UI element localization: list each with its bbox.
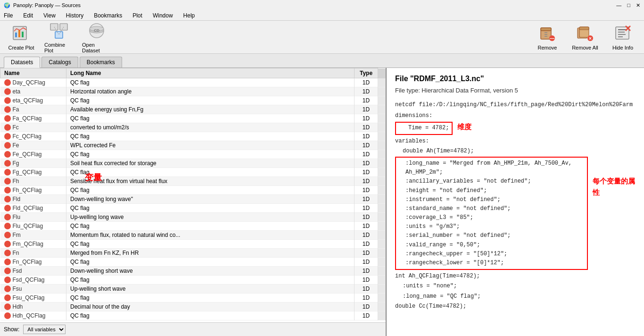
create-plot-button[interactable]: Create Plot [5,22,38,52]
menu-bookmarks[interactable]: Bookmarks [92,12,124,19]
type-cell: 1D [355,267,378,276]
remove-all-button[interactable]: × Remove All [569,22,602,52]
type-cell: 1D [355,87,378,96]
title-bar-controls[interactable]: — □ ✕ [616,2,640,8]
close-button[interactable]: ✕ [636,2,640,8]
var-name-cell: Fsu_QCFlag [0,294,66,302]
hide-info-button[interactable]: Hide Info [606,22,639,52]
type-cell: 1D [355,177,378,186]
left-panel: Name Long Name Type Day_QCFlagQC flag1De… [0,68,387,336]
table-row[interactable]: HdhDecimal hour of the day1D [0,302,386,311]
table-row[interactable]: Day_QCFlagQC flag1D [0,78,386,87]
table-row[interactable]: FldDown-welling long wave"1D [0,195,386,204]
ancillary: :ancillary_variables = "not defined"; [400,177,583,186]
type-cell: 1D [355,294,378,302]
table-row[interactable]: FgSoil heat flux corrected for storage1D [0,159,386,168]
scroll-cell [378,114,386,123]
col-header-type: Type [355,68,378,78]
menu-view[interactable]: View [41,12,58,19]
rangecheck-upper: :rangecheck_upper = "[50]*12"; [400,250,583,259]
var-name-cell: Fsd_QCFlag [0,276,66,285]
var-name-cell: eta [0,87,66,96]
long-name-cell: Horizontal rotation angle [66,87,355,96]
svg-rect-3 [22,32,24,37]
show-select[interactable]: All variables [23,325,66,334]
table-row[interactable]: Fsd_QCFlagQC flag1D [0,276,386,285]
table-row[interactable]: FnMerged from Fn KZ, Fn HR1D [0,249,386,258]
time-val: Time = 4782; [395,122,453,134]
annot-dimensions: 维度 [457,121,471,133]
table-row[interactable]: Fm_QCFlagQC flag1D [0,240,386,249]
var-name-cell: Fsu [0,285,66,294]
type-cell: 1D [355,285,378,294]
window-title: Panoply: Panoply — Sources [13,2,81,8]
long-name-cell: Down-welling short wave [66,267,355,276]
qc-long-name: :long_name = "QC flag"; [395,292,636,301]
scroll-cell [378,276,386,285]
combine-plot-button[interactable]: Combine Plot [42,19,75,55]
scroll-cell [378,132,386,141]
type-cell: 1D [355,96,378,105]
remove-button[interactable]: — Remove [531,22,564,52]
table-row[interactable]: FmMomentum flux, rotated to natural wind… [0,231,386,240]
menu-history[interactable]: History [64,12,85,19]
table-row[interactable]: FaAvailable energy using Fn,Fg1D [0,105,386,114]
long-name: :long_name = "Merged from Ah_HMP_21m, Ah… [400,159,583,177]
table-row[interactable]: Fh_QCFlagQC flag1D [0,186,386,195]
app-icon: 🌍 [4,2,10,8]
table-row[interactable]: Fld_QCFlagQC flag1D [0,204,386,213]
table-row[interactable]: Flu_QCFlagQC flag1D [0,222,386,231]
table-row[interactable]: Fa_QCFlagQC flag1D [0,114,386,123]
table-row[interactable]: etaHorizontal rotation angle1D [0,87,386,96]
long-name-cell: QC flag [66,96,355,105]
table-row[interactable]: FsdDown-welling short wave1D [0,267,386,276]
long-name-cell: Decimal hour of the day [66,302,355,311]
minimize-button[interactable]: — [616,2,621,8]
table-row[interactable]: Fc_QCFlagQC flag1D [0,132,386,141]
long-name-cell: Down-welling long wave" [66,195,355,204]
tab-catalogs[interactable]: Catalogs [41,57,78,67]
scroll-cell [378,204,386,213]
tab-datasets[interactable]: Datasets [4,57,40,68]
var-name-cell: Fa_QCFlag [0,114,66,123]
long-name-cell: Merged from Fn KZ, Fn HR [66,249,355,258]
table-row[interactable]: Fe_QCFlagQC flag1D [0,150,386,159]
menu-plot[interactable]: Plot [131,12,144,19]
hide-info-icon [613,24,632,43]
type-cell: 1D [355,78,378,87]
table-footer: Show: All variables [0,322,386,336]
type-cell: 1D [355,222,378,231]
table-row[interactable]: FeWPL corrected Fe1D [0,141,386,150]
table-row[interactable]: Fsu_QCFlagQC flag1D [0,294,386,302]
table-row[interactable]: FluUp-welling long wave1D [0,213,386,222]
open-dataset-button[interactable]: CD Open Dataset [80,19,113,55]
maximize-button[interactable]: □ [627,2,630,8]
int-ah-qcflag: int Ah_QCFlag(Time=4782); [395,272,636,281]
double-cc: double Cc(Time=4782); [395,302,636,311]
var-name-cell: Fh [0,177,66,186]
var-name-cell: Fa [0,105,66,114]
var-name-cell: Flu [0,213,66,222]
netcdf-path: netcdf file:/D:/lingqing/NC_files/fifth_… [395,101,636,109]
tab-bookmarks[interactable]: Bookmarks [80,57,122,67]
table-row[interactable]: FhSensible heat flux from virtual heat f… [0,177,386,186]
menu-edit[interactable]: Edit [21,12,35,19]
type-cell: 1D [355,168,378,177]
hide-info-label: Hide Info [612,45,633,50]
remove-icon: — [538,24,557,43]
menu-window[interactable]: Window [151,12,175,19]
var-name-cell: Fc_QCFlag [0,132,66,141]
data-table[interactable]: Name Long Name Type Day_QCFlagQC flag1De… [0,68,386,322]
table-row[interactable]: Hdh_QCFlagQC flag1D [0,311,386,320]
menu-file[interactable]: File [2,12,15,19]
table-row[interactable]: FsuUp-welling short wave1D [0,285,386,294]
table-row[interactable]: Fcconverted to umol/m2/s1D [0,123,386,132]
menu-help[interactable]: Help [182,12,197,19]
table-row[interactable]: eta_QCFlagQC flag1D [0,96,386,105]
var-name-cell: Fh_QCFlag [0,186,66,195]
table-row[interactable]: Fn_QCFlagQC flag1D [0,258,386,267]
table-row[interactable]: Fg_QCFlagQC flag1D [0,168,386,177]
code-block: netcdf file:/D:/lingqing/NC_files/fifth_… [395,101,636,311]
toolbar-right: — Remove × Remove All [531,22,639,52]
type-cell: 1D [355,114,378,123]
